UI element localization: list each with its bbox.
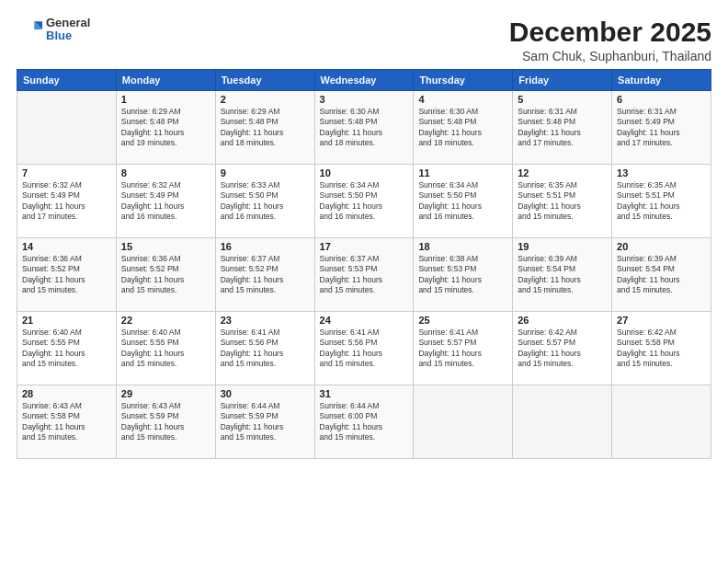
subtitle: Sam Chuk, Suphanburi, Thailand	[509, 49, 711, 63]
calendar-week-2: 7Sunrise: 6:32 AM Sunset: 5:49 PM Daylig…	[17, 165, 711, 238]
day-number: 8	[121, 167, 210, 178]
day-number: 29	[121, 388, 210, 399]
day-number: 16	[221, 241, 310, 252]
day-number: 21	[22, 315, 111, 326]
calendar-cell: 23Sunrise: 6:41 AM Sunset: 5:56 PM Dayli…	[215, 312, 314, 385]
calendar-cell: 17Sunrise: 6:37 AM Sunset: 5:53 PM Dayli…	[314, 238, 414, 312]
calendar-cell	[513, 385, 612, 459]
page: General Blue December 2025 Sam Chuk, Sup…	[0, 0, 728, 563]
logo: General Blue	[17, 17, 90, 43]
day-detail: Sunrise: 6:40 AM Sunset: 5:55 PM Dayligh…	[22, 327, 111, 370]
calendar-cell: 1Sunrise: 6:29 AM Sunset: 5:48 PM Daylig…	[116, 91, 215, 165]
day-detail: Sunrise: 6:29 AM Sunset: 5:48 PM Dayligh…	[121, 107, 210, 149]
header: General Blue December 2025 Sam Chuk, Sup…	[17, 17, 711, 63]
day-detail: Sunrise: 6:44 AM Sunset: 5:59 PM Dayligh…	[221, 401, 310, 443]
day-detail: Sunrise: 6:29 AM Sunset: 5:48 PM Dayligh…	[221, 107, 310, 149]
main-title: December 2025	[509, 17, 711, 47]
day-detail: Sunrise: 6:30 AM Sunset: 5:48 PM Dayligh…	[320, 107, 409, 149]
day-detail: Sunrise: 6:36 AM Sunset: 5:52 PM Dayligh…	[121, 254, 210, 296]
calendar-cell: 26Sunrise: 6:42 AM Sunset: 5:57 PM Dayli…	[513, 312, 612, 385]
day-number: 7	[22, 167, 111, 178]
day-number: 5	[518, 94, 607, 105]
calendar-week-1: 1Sunrise: 6:29 AM Sunset: 5:48 PM Daylig…	[17, 91, 711, 165]
calendar-cell: 22Sunrise: 6:40 AM Sunset: 5:55 PM Dayli…	[116, 312, 215, 385]
calendar-cell: 16Sunrise: 6:37 AM Sunset: 5:52 PM Dayli…	[215, 238, 314, 312]
day-detail: Sunrise: 6:35 AM Sunset: 5:51 PM Dayligh…	[617, 180, 706, 223]
logo-general-text: General	[46, 17, 90, 29]
day-detail: Sunrise: 6:42 AM Sunset: 5:58 PM Dayligh…	[617, 327, 706, 370]
calendar-cell: 18Sunrise: 6:38 AM Sunset: 5:53 PM Dayli…	[414, 238, 513, 312]
day-number: 9	[221, 167, 310, 178]
calendar-cell: 27Sunrise: 6:42 AM Sunset: 5:58 PM Dayli…	[612, 312, 711, 385]
day-number: 25	[418, 315, 507, 326]
day-detail: Sunrise: 6:41 AM Sunset: 5:56 PM Dayligh…	[320, 327, 409, 370]
day-number: 27	[617, 315, 706, 326]
calendar-header-friday: Friday	[513, 70, 612, 91]
day-detail: Sunrise: 6:41 AM Sunset: 5:56 PM Dayligh…	[221, 327, 310, 370]
day-number: 17	[320, 241, 409, 252]
day-number: 22	[121, 315, 210, 326]
day-detail: Sunrise: 6:42 AM Sunset: 5:57 PM Dayligh…	[518, 327, 607, 370]
logo-text: General Blue	[46, 17, 90, 43]
calendar-cell	[414, 385, 513, 459]
calendar-cell: 15Sunrise: 6:36 AM Sunset: 5:52 PM Dayli…	[116, 238, 215, 312]
calendar-cell: 25Sunrise: 6:41 AM Sunset: 5:57 PM Dayli…	[414, 312, 513, 385]
day-number: 30	[221, 388, 310, 399]
day-number: 31	[320, 388, 409, 399]
day-detail: Sunrise: 6:39 AM Sunset: 5:54 PM Dayligh…	[518, 254, 607, 296]
day-number: 12	[518, 167, 607, 178]
logo-blue-text: Blue	[46, 29, 90, 42]
day-detail: Sunrise: 6:43 AM Sunset: 5:59 PM Dayligh…	[121, 401, 210, 443]
calendar-cell: 21Sunrise: 6:40 AM Sunset: 5:55 PM Dayli…	[17, 312, 117, 385]
calendar-cell: 20Sunrise: 6:39 AM Sunset: 5:54 PM Dayli…	[612, 238, 711, 312]
day-detail: Sunrise: 6:34 AM Sunset: 5:50 PM Dayligh…	[418, 180, 507, 223]
calendar-cell: 10Sunrise: 6:34 AM Sunset: 5:50 PM Dayli…	[314, 165, 414, 238]
day-number: 13	[617, 167, 706, 178]
day-detail: Sunrise: 6:40 AM Sunset: 5:55 PM Dayligh…	[121, 327, 210, 370]
day-number: 3	[320, 94, 409, 105]
day-number: 18	[418, 241, 507, 252]
day-number: 10	[320, 167, 409, 178]
calendar-cell: 29Sunrise: 6:43 AM Sunset: 5:59 PM Dayli…	[116, 385, 215, 459]
day-number: 1	[121, 94, 210, 105]
day-detail: Sunrise: 6:38 AM Sunset: 5:53 PM Dayligh…	[418, 254, 507, 296]
calendar-week-3: 14Sunrise: 6:36 AM Sunset: 5:52 PM Dayli…	[17, 238, 711, 312]
calendar-cell: 24Sunrise: 6:41 AM Sunset: 5:56 PM Dayli…	[314, 312, 414, 385]
day-detail: Sunrise: 6:30 AM Sunset: 5:48 PM Dayligh…	[418, 107, 507, 149]
day-number: 6	[617, 94, 706, 105]
calendar-cell: 31Sunrise: 6:44 AM Sunset: 6:00 PM Dayli…	[314, 385, 414, 459]
day-number: 15	[121, 241, 210, 252]
day-number: 26	[518, 315, 607, 326]
calendar-header-sunday: Sunday	[17, 70, 117, 91]
day-detail: Sunrise: 6:36 AM Sunset: 5:52 PM Dayligh…	[22, 254, 111, 296]
calendar-cell: 30Sunrise: 6:44 AM Sunset: 5:59 PM Dayli…	[215, 385, 314, 459]
calendar-table: SundayMondayTuesdayWednesdayThursdayFrid…	[17, 69, 711, 459]
day-number: 19	[518, 241, 607, 252]
day-number: 28	[22, 388, 111, 399]
calendar-cell: 3Sunrise: 6:30 AM Sunset: 5:48 PM Daylig…	[314, 91, 414, 165]
calendar-cell: 19Sunrise: 6:39 AM Sunset: 5:54 PM Dayli…	[513, 238, 612, 312]
day-detail: Sunrise: 6:39 AM Sunset: 5:54 PM Dayligh…	[617, 254, 706, 296]
calendar-header-thursday: Thursday	[414, 70, 513, 91]
calendar-header-monday: Monday	[116, 70, 215, 91]
day-number: 4	[418, 94, 507, 105]
calendar-cell	[17, 91, 117, 165]
calendar-cell: 13Sunrise: 6:35 AM Sunset: 5:51 PM Dayli…	[612, 165, 711, 238]
day-detail: Sunrise: 6:32 AM Sunset: 5:49 PM Dayligh…	[22, 180, 111, 223]
calendar-week-4: 21Sunrise: 6:40 AM Sunset: 5:55 PM Dayli…	[17, 312, 711, 385]
day-detail: Sunrise: 6:43 AM Sunset: 5:58 PM Dayligh…	[22, 401, 111, 443]
day-number: 11	[418, 167, 507, 178]
calendar-header-row: SundayMondayTuesdayWednesdayThursdayFrid…	[17, 70, 711, 91]
day-detail: Sunrise: 6:32 AM Sunset: 5:49 PM Dayligh…	[121, 180, 210, 223]
calendar-cell: 4Sunrise: 6:30 AM Sunset: 5:48 PM Daylig…	[414, 91, 513, 165]
calendar-cell: 9Sunrise: 6:33 AM Sunset: 5:50 PM Daylig…	[215, 165, 314, 238]
calendar-cell: 14Sunrise: 6:36 AM Sunset: 5:52 PM Dayli…	[17, 238, 117, 312]
day-number: 23	[221, 315, 310, 326]
logo-icon	[17, 17, 42, 42]
calendar-cell: 12Sunrise: 6:35 AM Sunset: 5:51 PM Dayli…	[513, 165, 612, 238]
day-detail: Sunrise: 6:31 AM Sunset: 5:48 PM Dayligh…	[518, 107, 607, 149]
calendar-header-tuesday: Tuesday	[215, 70, 314, 91]
day-detail: Sunrise: 6:44 AM Sunset: 6:00 PM Dayligh…	[320, 401, 409, 443]
calendar-cell: 28Sunrise: 6:43 AM Sunset: 5:58 PM Dayli…	[17, 385, 117, 459]
calendar-week-5: 28Sunrise: 6:43 AM Sunset: 5:58 PM Dayli…	[17, 385, 711, 459]
